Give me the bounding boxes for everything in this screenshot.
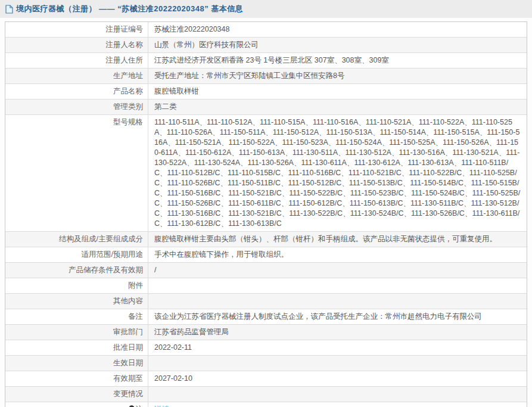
table-row: 变更情况: [5, 387, 527, 402]
row-label-text: 生产地址: [113, 72, 143, 80]
table-row: 产品名称 腹腔镜取样钳: [5, 84, 527, 100]
row-value: 苏械注准20222020348: [148, 22, 527, 37]
row-label: 注: [5, 402, 148, 407]
row-label: 有效期至: [5, 371, 148, 386]
row-value: 腹腔镜取样钳: [148, 84, 527, 99]
row-label-text: 备注: [128, 312, 143, 321]
row-label-text: 生效日期: [113, 359, 143, 367]
row-value: 第二类: [148, 100, 527, 114]
row-label: 生效日期: [5, 356, 148, 371]
row-value: /: [148, 263, 527, 278]
row-label: 其他内容: [5, 294, 148, 309]
table-row: 注册证编号 苏械注准20222020348: [5, 22, 527, 38]
row-label-text: 结构及组成/主要组成成分: [59, 235, 143, 243]
row-label-text: 适用范围/预期用途: [82, 250, 143, 259]
row-label: 生产地址: [5, 69, 148, 83]
row-value: 受托生产地址：常州市天宁区郑陆镇工业集中区恒安路8号: [148, 69, 527, 83]
row-value: 江苏省药品监督管理局: [148, 325, 527, 340]
row-label-text: 附件: [128, 281, 143, 290]
row-value: 2027-02-10: [148, 371, 527, 386]
row-value: 该企业为江苏省医疗器械注册人制度试点企业，该产品受托生产企业：常州市超然电力电子…: [148, 309, 527, 324]
table-row: 结构及组成/主要组成成分 腹腔镜取样钳主要由头部（钳头）、杆部（钳杆）和手柄组成…: [5, 232, 527, 247]
table-row: 注 详情: [5, 402, 527, 407]
table-row: 审批部门 江苏省药品监督管理局: [5, 325, 527, 340]
row-label: 适用范围/预期用途: [5, 247, 148, 262]
row-label: 批准日期: [5, 340, 148, 355]
row-value: [148, 387, 527, 402]
row-label-text: 其他内容: [113, 297, 143, 305]
table-row: 生产地址 受托生产地址：常州市天宁区郑陆镇工业集中区恒安路8号: [5, 69, 527, 84]
registration-info-table: 注册证编号 苏械注准20222020348 注册人名称 山景（常州）医疗科技有限…: [5, 21, 527, 407]
row-label-text: 注册人住所: [106, 56, 144, 64]
row-label: 注册人住所: [5, 53, 148, 68]
row-label-text: 有效期至: [113, 374, 143, 383]
row-value: 2022-02-11: [148, 340, 527, 355]
row-value: 山景（常州）医疗科技有限公司: [148, 38, 527, 52]
row-label-text: 型号规格: [113, 118, 143, 126]
row-label-text: 产品储存条件及有效期: [69, 266, 143, 274]
row-value: 111-110-511A、111-110-512A、111-110-515A、1…: [148, 115, 527, 231]
row-label-text: 变更情况: [113, 390, 143, 398]
row-value: 手术中在腹腔镜下操作，用于钳取组织。: [148, 247, 527, 262]
table-row: 管理类别 第二类: [5, 100, 527, 115]
row-label-text: 注册证编号: [106, 25, 144, 33]
details-link[interactable]: 详情: [148, 402, 527, 407]
row-label-text: 审批部门: [113, 328, 143, 336]
table-row: 批准日期 2022-02-11: [5, 340, 527, 356]
table-row: 其他内容: [5, 294, 527, 309]
table-row: 生效日期: [5, 356, 527, 371]
table-row: 注册人住所 江苏武进经济开发区稻香路 23号 1号楼三层北区 307室、308室…: [5, 53, 527, 69]
row-label-text: 管理类别: [113, 102, 143, 111]
table-row: 产品储存条件及有效期 /: [5, 263, 527, 278]
page-header: 境内医疗器械（注册） —— “苏械注准20222020348” 基本信息: [0, 0, 532, 18]
table-row: 注册人名称 山景（常州）医疗科技有限公司: [5, 38, 527, 53]
row-value: [148, 356, 527, 371]
row-label-text: 批准日期: [113, 343, 143, 352]
table-row: 附件: [5, 278, 527, 294]
row-label-text: 产品名称: [113, 87, 143, 95]
row-label: 产品储存条件及有效期: [5, 263, 148, 278]
row-value: [148, 294, 527, 309]
table-row: 有效期至 2027-02-10: [5, 371, 527, 387]
row-label: 注册人名称: [5, 38, 148, 52]
page-title: 境内医疗器械（注册） —— “苏械注准20222020348” 基本信息: [16, 4, 243, 14]
row-value: 腹腔镜取样钳主要由头部（钳头）、杆部（钳杆）和手柄组成。该产品以非无菌状态提供，…: [148, 232, 527, 247]
row-value: 江苏武进经济开发区稻香路 23号 1号楼三层北区 307室、308室、309室: [148, 53, 527, 68]
document-icon: [5, 5, 13, 14]
registration-info-page: 境内医疗器械（注册） —— “苏械注准20222020348” 基本信息 注册证…: [0, 0, 532, 407]
row-label: 变更情况: [5, 387, 148, 402]
row-label: 审批部门: [5, 325, 148, 340]
table-row: 型号规格 111-110-511A、111-110-512A、111-110-5…: [5, 115, 527, 232]
row-label: 型号规格: [5, 115, 148, 231]
table-row: 备注 该企业为江苏省医疗器械注册人制度试点企业，该产品受托生产企业：常州市超然电…: [5, 309, 527, 325]
row-label: 注册证编号: [5, 22, 148, 37]
table-row: 适用范围/预期用途 手术中在腹腔镜下操作，用于钳取组织。: [5, 247, 527, 263]
row-label: 管理类别: [5, 100, 148, 114]
row-label: 产品名称: [5, 84, 148, 99]
row-value: [148, 278, 527, 293]
row-label: 备注: [5, 309, 148, 324]
row-label-text: 注册人名称: [106, 41, 144, 49]
row-label: 结构及组成/主要组成成分: [5, 232, 148, 247]
row-label: 附件: [5, 278, 148, 293]
